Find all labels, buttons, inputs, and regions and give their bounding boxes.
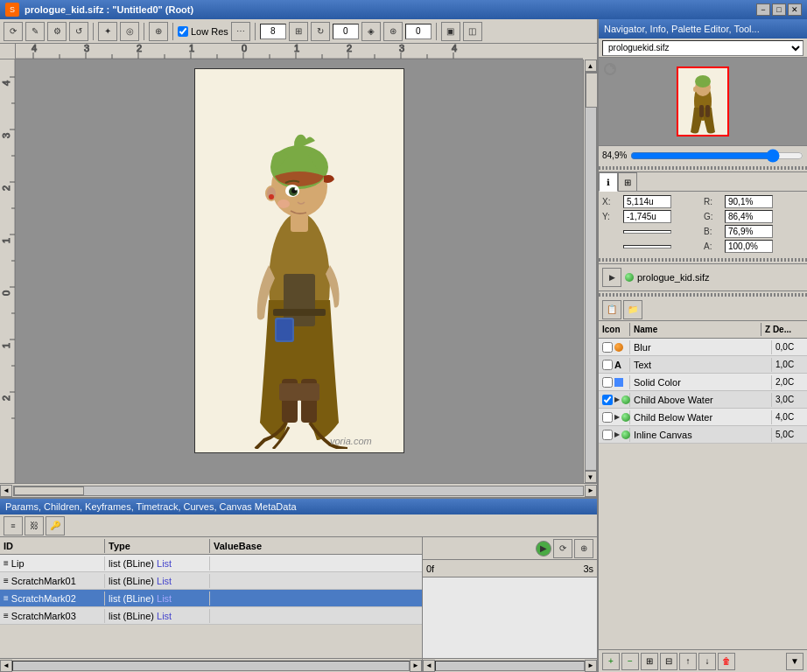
minimize-button[interactable]: − — [756, 4, 770, 16]
tool-btn-2[interactable]: ✎ — [25, 22, 45, 41]
timeline-hscroll[interactable]: ◄ ► — [423, 658, 597, 672]
layer-merge-btn[interactable]: ⊟ — [660, 653, 677, 670]
svg-text:1: 1 — [1, 238, 11, 243]
layer-row-text[interactable]: A Text 1,0C — [599, 356, 807, 374]
params-hscroll[interactable]: ◄ ► — [0, 658, 422, 672]
tool-btn-rotate[interactable]: ↻ — [311, 22, 330, 41]
layer-row-blur[interactable]: Blur 0,0C — [599, 339, 807, 356]
layers-tool-2[interactable]: 📁 — [623, 300, 642, 319]
param-row-lip[interactable]: ≡ Lip list (BLine) List — [0, 555, 422, 572]
timeline-btn2[interactable]: ⟳ — [553, 539, 572, 558]
param-type-scratch2: list (BLine) List — [105, 592, 210, 606]
params-btn-2[interactable]: ⛓ — [25, 516, 44, 536]
scroll-up-btn[interactable]: ▲ — [585, 60, 597, 72]
info-tab-1[interactable]: ℹ — [599, 172, 618, 192]
tool-btn-1[interactable]: ⟳ — [4, 22, 23, 41]
timeline-btn3[interactable]: ⊕ — [574, 539, 593, 558]
scroll-v-track[interactable] — [585, 72, 597, 471]
layer-down-btn[interactable]: ↓ — [698, 653, 716, 670]
expand-icon-above[interactable]: ▶ — [614, 396, 620, 403]
scroll-down-btn[interactable]: ▼ — [585, 471, 597, 483]
param-row-scratch3[interactable]: ≡ ScratchMark03 list (BLine) List — [0, 607, 422, 625]
scroll-right-btn[interactable]: ► — [585, 485, 597, 497]
layer-row-child-below[interactable]: ▶ Child Below Water 4,0C — [599, 409, 807, 426]
tool-btn-6[interactable]: ◎ — [120, 22, 139, 41]
layer-row-inline[interactable]: ▶ Inline Canvas 5,0C — [599, 426, 807, 444]
nav-refresh-icon[interactable] — [603, 62, 617, 78]
layer-dup-btn[interactable]: ⊞ — [641, 653, 658, 670]
title-bar: S prologue_kid.sifz : "Untitled0" (Root)… — [0, 0, 807, 19]
layer-delete-btn[interactable]: 🗑 — [718, 653, 735, 670]
tool-btn-5[interactable]: ✦ — [98, 22, 117, 41]
expand-icon-below[interactable]: ▶ — [614, 413, 620, 421]
timeline-play-btn[interactable]: ▶ — [536, 541, 551, 556]
file-dropdown[interactable]: prologuekid.sifz — [602, 40, 803, 56]
horizontal-scrollbar[interactable]: ◄ ► — [0, 483, 597, 497]
tree-arrow-btn[interactable]: ▶ — [602, 268, 621, 287]
params-scroll-right[interactable]: ► — [410, 660, 422, 672]
layer-check-inline[interactable] — [602, 430, 613, 440]
layer-scroll-down-btn[interactable]: ▼ — [786, 653, 803, 670]
scroll-v-thumb[interactable] — [586, 73, 598, 108]
timeline-scroll-left[interactable]: ◄ — [423, 660, 435, 672]
layers-tool-1[interactable]: 📋 — [602, 300, 621, 319]
param-row-scratch2[interactable]: ≡ ScratchMark02 list (BLine) List — [0, 590, 422, 607]
params-scroll-left[interactable]: ◄ — [0, 660, 12, 672]
layer-row-child-above[interactable]: ▶ Child Above Water 3,0C — [599, 391, 807, 409]
zoom-slider[interactable] — [630, 152, 803, 159]
tool-btn-8[interactable]: ⋯ — [231, 22, 250, 41]
param-value-lip — [210, 562, 422, 565]
scroll-h-thumb[interactable] — [14, 486, 84, 495]
low-res-checkbox[interactable] — [178, 26, 188, 37]
layer-add-btn[interactable]: + — [602, 653, 620, 670]
tool-btn-7[interactable]: ⊕ — [149, 22, 168, 41]
info-tab-2[interactable]: ⊞ — [618, 172, 637, 192]
tool-btn-grid[interactable]: ⊞ — [289, 22, 308, 41]
ruler-corner-right — [583, 44, 597, 60]
tree-node[interactable]: prologue_kid.sifz — [625, 272, 710, 283]
layer-check-solid[interactable] — [602, 377, 613, 388]
tool-btn-film1[interactable]: ▣ — [441, 22, 460, 41]
layer-check-child-above[interactable] — [602, 395, 613, 405]
layer-check-text[interactable] — [602, 360, 613, 370]
toolbar-input-3[interactable] — [405, 24, 432, 39]
nav-preview[interactable] — [599, 58, 807, 145]
g-label: G: — [704, 212, 721, 221]
canvas-viewport[interactable]: voria.com — [16, 60, 583, 483]
close-button[interactable]: ✕ — [788, 4, 802, 16]
timeline-scroll-track[interactable] — [435, 661, 585, 671]
layer-remove-btn[interactable]: − — [621, 653, 639, 670]
tool-btn-10[interactable]: ⊛ — [383, 22, 403, 41]
layer-check-child-below[interactable] — [602, 412, 613, 423]
params-scroll-track[interactable] — [12, 661, 410, 671]
param-type-lip: list (BLine) List — [105, 556, 210, 570]
svg-rect-80 — [699, 105, 704, 117]
params-rows: ≡ Lip list (BLine) List ≡ ScratchMa — [0, 555, 422, 658]
layer-icon-text: A — [599, 358, 630, 372]
tool-btn-film2[interactable]: ◫ — [463, 22, 482, 41]
scroll-left-btn[interactable]: ◄ — [0, 485, 12, 497]
right-title-bar: Navigator, Info, Palette Editor, Tool... — [599, 19, 807, 38]
layer-name-solid: Solid Color — [630, 375, 772, 389]
layer-up-btn[interactable]: ↑ — [679, 653, 697, 670]
layer-check-blur[interactable] — [602, 342, 613, 353]
toolbar-input-1[interactable] — [260, 24, 286, 39]
layer-row-solid[interactable]: Solid Color 2,0C — [599, 374, 807, 391]
maximize-button[interactable]: □ — [772, 4, 786, 16]
bottom-panel-title: Params, Children, Keyframes, Timetrack, … — [5, 501, 297, 512]
params-btn-1[interactable]: ≡ — [4, 516, 23, 536]
param-row-scratch1[interactable]: ≡ ScratchMark01 list (BLine) List — [0, 572, 422, 590]
vertical-scrollbar[interactable]: ▲ ▼ — [583, 60, 597, 483]
tool-btn-9[interactable]: ◈ — [361, 22, 381, 41]
r-value: 90,1% — [725, 195, 773, 208]
scroll-h-track[interactable] — [13, 486, 584, 496]
timeline-scroll-right[interactable]: ► — [585, 660, 597, 672]
tool-btn-3[interactable]: ⚙ — [47, 22, 67, 41]
tool-btn-4[interactable]: ↺ — [69, 22, 88, 41]
params-btn-key[interactable]: 🔑 — [46, 516, 65, 536]
svg-text:1: 1 — [294, 44, 299, 53]
toolbar-input-2[interactable] — [333, 24, 359, 39]
layer-name-child-below: Child Below Water — [630, 410, 772, 424]
tree-node-icon — [625, 273, 634, 282]
expand-icon-inline[interactable]: ▶ — [614, 430, 620, 438]
